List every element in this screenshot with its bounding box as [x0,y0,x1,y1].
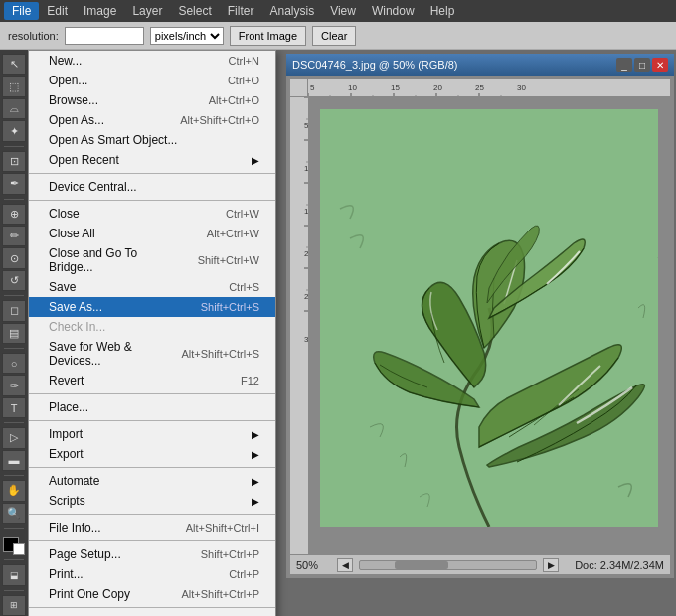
canvas-area [308,97,670,554]
menubar-help[interactable]: Help [422,2,463,20]
tool-move[interactable]: ↖ [2,54,26,75]
menu-item-import[interactable]: Import ▶ [29,424,275,444]
tool-sep-7 [4,528,24,529]
menu-sep-7 [29,540,275,541]
h-scrollbar-track[interactable] [359,560,537,570]
tool-brush[interactable]: ✏ [2,226,26,246]
menu-item-print-one-copy[interactable]: Print One Copy Alt+Shift+Ctrl+P [29,584,275,604]
menubar: File Edit Image Layer Select Filter Anal… [0,0,676,22]
menu-item-page-setup[interactable]: Page Setup... Shift+Ctrl+P [29,544,275,564]
unit-select[interactable]: pixels/inch pixels/cm [150,27,224,45]
tool-crop[interactable]: ⊡ [2,151,26,172]
tool-sep-3 [4,295,24,296]
menu-item-export[interactable]: Export ▶ [29,444,275,464]
menubar-filter[interactable]: Filter [220,2,262,20]
menubar-file[interactable]: File [4,2,39,20]
resolution-input[interactable] [65,27,144,45]
ruler-vertical: 5 10 15 20 25 30 [290,97,308,554]
menubar-image[interactable]: Image [76,2,124,20]
menu-item-open-smart-object[interactable]: Open As Smart Object... [29,130,275,150]
tool-pen[interactable]: ✑ [2,375,26,395]
foreground-color[interactable] [3,537,25,555]
tool-marquee[interactable]: ⬚ [2,76,26,96]
doc-status-bar: 50% ◀ ▶ Doc: 2.34M/2.34M [290,554,670,574]
resolution-label: resolution: [8,30,59,42]
tool-lasso[interactable]: ⌓ [2,98,26,119]
tool-eyedropper[interactable]: ✒ [2,173,26,194]
options-bar: resolution: pixels/inch pixels/cm Front … [0,22,676,50]
tool-type[interactable]: T [2,397,26,418]
svg-text:5: 5 [310,83,315,92]
menu-item-save[interactable]: Save Ctrl+S [29,277,275,297]
front-image-button[interactable]: Front Image [230,26,306,46]
menu-item-save-as[interactable]: Save As... Shift+Ctrl+S [29,297,275,317]
doc-title: DSC04746_3.jpg @ 50% (RGB/8) [292,59,616,71]
menu-item-close[interactable]: Close Ctrl+W [29,204,275,224]
menu-item-device-central[interactable]: Device Central... [29,177,275,197]
h-scrollbar-thumb [395,561,447,569]
doc-close-button[interactable]: ✕ [652,58,668,72]
tool-zoom[interactable]: 🔍 [2,503,26,524]
menu-item-exit[interactable]: Exit Ctrl+Q [29,611,275,616]
tool-sep-6 [4,475,24,476]
tool-hand[interactable]: ✋ [2,480,26,501]
svg-text:30: 30 [517,83,526,92]
menu-item-open[interactable]: Open... Ctrl+O [29,71,275,90]
menubar-select[interactable]: Select [170,2,219,20]
menu-item-place[interactable]: Place... [29,397,275,417]
doc-content: 5 10 15 20 25 30 [286,76,674,578]
tool-sep-2 [4,199,24,200]
tool-heal[interactable]: ⊕ [2,204,26,225]
menu-item-file-info[interactable]: File Info... Alt+Shift+Ctrl+I [29,518,275,538]
menu-item-browse[interactable]: Browse... Alt+Ctrl+O [29,90,275,110]
leaf-artwork [320,109,658,527]
doc-controls: _ □ ✕ [616,58,668,72]
scroll-left-button[interactable]: ◀ [337,558,353,572]
menu-item-automate[interactable]: Automate ▶ [29,471,275,491]
doc-maximize-button[interactable]: □ [634,58,650,72]
menubar-analysis[interactable]: Analysis [261,2,322,20]
file-menu: New... Ctrl+N Open... Ctrl+O Browse... A… [28,50,276,616]
tool-clone[interactable]: ⊙ [2,247,26,268]
menu-item-close-all[interactable]: Close All Alt+Ctrl+W [29,224,275,243]
menu-sep-3 [29,393,275,394]
tool-gradient[interactable]: ▤ [2,323,26,344]
tool-eraser[interactable]: ◻ [2,300,26,321]
menubar-edit[interactable]: Edit [39,2,76,20]
tool-shape[interactable]: ▬ [2,450,26,471]
menubar-window[interactable]: Window [364,2,422,20]
tool-dodge[interactable]: ○ [2,353,26,374]
menu-item-save-web[interactable]: Save for Web & Devices... Alt+Shift+Ctrl… [29,337,275,371]
menu-item-open-recent[interactable]: Open Recent ▶ [29,150,275,170]
menubar-view[interactable]: View [322,2,364,20]
tool-sep-4 [4,348,24,349]
tool-sep-5 [4,422,24,423]
tool-path-select[interactable]: ▷ [2,427,26,448]
tool-history-brush[interactable]: ↺ [2,270,26,291]
tool-quick-mask[interactable]: ⬓ [2,564,26,585]
tool-sep-1 [4,146,24,147]
scroll-right-button[interactable]: ▶ [543,558,559,572]
ruler-v-container: 5 10 15 20 25 30 [290,97,670,554]
doc-minimize-button[interactable]: _ [616,58,632,72]
clear-button[interactable]: Clear [312,26,356,46]
svg-text:10: 10 [348,83,357,92]
tool-magic-wand[interactable]: ✦ [2,120,26,141]
tool-sep-9 [4,590,24,591]
menu-sep-5 [29,467,275,468]
toolbar: ↖ ⬚ ⌓ ✦ ⊡ ✒ ⊕ ✏ ⊙ ↺ ◻ ▤ ○ ✑ T ▷ ▬ ✋ 🔍 ⬓ … [0,50,28,616]
menu-item-revert[interactable]: Revert F12 [29,371,275,390]
menu-sep-1 [29,173,275,174]
menu-item-print[interactable]: Print... Ctrl+P [29,564,275,584]
menu-item-close-go-bridge[interactable]: Close and Go To Bridge... Shift+Ctrl+W [29,243,275,277]
ruler-h-ticks: 5 10 15 20 25 30 [308,79,670,97]
menu-item-new[interactable]: New... Ctrl+N [29,51,275,71]
menu-item-scripts[interactable]: Scripts ▶ [29,491,275,511]
doc-titlebar: DSC04746_3.jpg @ 50% (RGB/8) _ □ ✕ [286,54,674,76]
menubar-layer[interactable]: Layer [124,2,170,20]
ruler-container: 5 10 15 20 25 30 [290,79,670,97]
menu-item-open-as[interactable]: Open As... Alt+Shift+Ctrl+O [29,110,275,130]
ruler-v-ticks: 5 10 15 20 25 30 [290,97,308,554]
tool-screen-mode[interactable]: ⊞ [2,595,26,616]
svg-text:25: 25 [475,83,484,92]
